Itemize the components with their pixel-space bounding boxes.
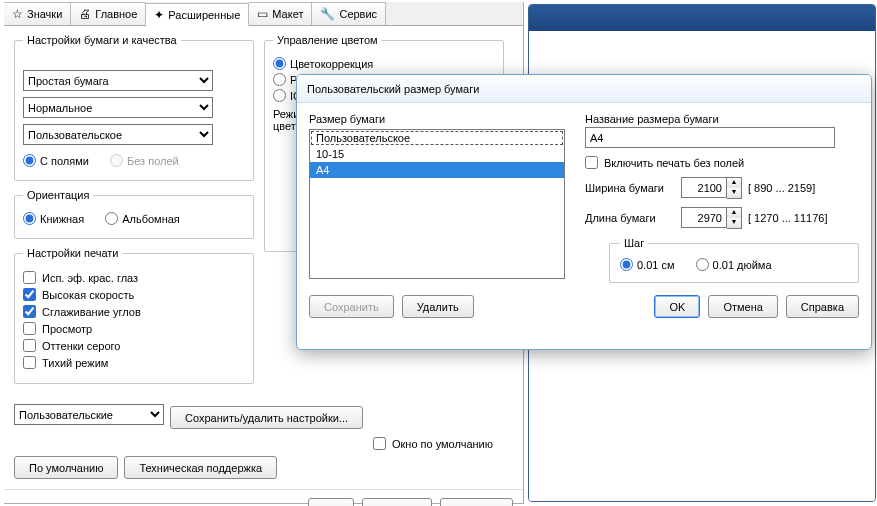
quiet-checkbox-row[interactable]: Тихий режим <box>23 356 245 369</box>
orientation-group: Ориентация Книжная Альбомная <box>14 189 254 239</box>
paper-name-label: Название размера бумаги <box>585 113 859 125</box>
borderless-radio <box>110 154 123 167</box>
width-input[interactable] <box>681 177 727 198</box>
step-cm-radio[interactable] <box>620 258 633 271</box>
background-window-titlebar <box>529 5 875 31</box>
paper-size-listbox[interactable]: Пользовательское 10-15 A4 <box>309 129 565 279</box>
help-button[interactable]: Справка <box>786 295 859 318</box>
margins-radio-row[interactable]: С полями <box>23 154 89 167</box>
width-spinner[interactable]: ▲▼ <box>681 177 742 199</box>
checkbox-label: Оттенки серого <box>42 340 120 352</box>
checkbox-label: Окно по умолчанию <box>392 438 493 450</box>
default-window-checkbox[interactable] <box>373 437 386 450</box>
group-legend: Управление цветом <box>273 34 382 46</box>
tab-service[interactable]: 🔧 Сервис <box>312 2 386 25</box>
list-item[interactable]: 10-15 <box>310 146 564 162</box>
preset-select[interactable]: Пользовательские <box>14 404 164 425</box>
tab-main[interactable]: 🖨 Главное <box>71 2 146 25</box>
group-legend: Ориентация <box>23 189 93 201</box>
tab-layout[interactable]: ▭ Макет <box>249 2 312 25</box>
borderless-print-row[interactable]: Включить печать без полей <box>585 156 859 169</box>
width-range: [ 890 ... 2159] <box>748 182 815 194</box>
portrait-radio[interactable] <box>23 212 36 225</box>
with-margins-radio[interactable] <box>23 154 36 167</box>
height-spinner[interactable]: ▲▼ <box>681 207 742 229</box>
cancel-button[interactable]: Отмена <box>362 498 431 506</box>
cancel-button[interactable]: Отмена <box>708 295 777 318</box>
dialog-title: Пользовательский размер бумаги <box>307 83 479 95</box>
width-label: Ширина бумаги <box>585 182 675 194</box>
checkbox-label: Исп. эф. крас. глаз <box>42 272 138 284</box>
landscape-radio[interactable] <box>105 212 118 225</box>
photo-enhance-radio[interactable] <box>273 73 286 86</box>
radio-label: Альбомная <box>122 213 180 225</box>
checkbox-label: Просмотр <box>42 323 92 335</box>
smooth-checkbox[interactable] <box>23 305 36 318</box>
checkbox-label: Тихий режим <box>42 357 108 369</box>
spin-down-icon[interactable]: ▼ <box>727 188 741 198</box>
portrait-radio-row[interactable]: Книжная <box>23 212 84 225</box>
save-button: Сохранить <box>309 295 394 318</box>
redeye-checkbox[interactable] <box>23 271 36 284</box>
color-correction-row[interactable]: Цветокоррекция <box>273 57 495 70</box>
wrench-icon: 🔧 <box>320 7 335 21</box>
landscape-radio-row[interactable]: Альбомная <box>105 212 180 225</box>
tab-label: Сервис <box>339 8 377 20</box>
height-input[interactable] <box>681 207 727 228</box>
step-inch-radio[interactable] <box>696 258 709 271</box>
list-item[interactable]: A4 <box>310 162 564 178</box>
step-group: Шаг 0.01 см 0.01 дюйма <box>609 237 859 283</box>
radio-label: 0.01 дюйма <box>713 259 772 271</box>
speed-checkbox-row[interactable]: Высокая скорость <box>23 288 245 301</box>
layout-icon: ▭ <box>257 7 268 21</box>
color-mode-label2: цвет <box>273 120 296 132</box>
borderless-print-checkbox[interactable] <box>585 156 598 169</box>
tabs: ☆ Значки 🖨 Главное ✦ Расширенные ▭ Макет… <box>4 2 523 26</box>
list-item[interactable]: Пользовательское <box>310 130 564 146</box>
paper-name-input[interactable] <box>585 127 835 148</box>
spin-up-icon[interactable]: ▲ <box>727 208 741 218</box>
tab-label: Макет <box>272 8 303 20</box>
sparkle-icon: ✦ <box>154 8 164 22</box>
delete-button[interactable]: Удалить <box>402 295 474 318</box>
gray-checkbox[interactable] <box>23 339 36 352</box>
radio-label: С полями <box>40 155 89 167</box>
ok-button[interactable]: OK <box>654 295 700 318</box>
paper-type-select[interactable]: Простая бумага <box>23 70 213 91</box>
smooth-checkbox-row[interactable]: Сглаживание углов <box>23 305 245 318</box>
preview-checkbox[interactable] <box>23 322 36 335</box>
borderless-radio-row: Без полей <box>110 154 179 167</box>
help-button[interactable]: Справка <box>440 498 513 506</box>
gray-checkbox-row[interactable]: Оттенки серого <box>23 339 245 352</box>
redeye-checkbox-row[interactable]: Исп. эф. крас. глаз <box>23 271 245 284</box>
spin-up-icon[interactable]: ▲ <box>727 178 741 188</box>
group-legend: Настройки печати <box>23 247 123 259</box>
speed-checkbox[interactable] <box>23 288 36 301</box>
defaults-button[interactable]: По умолчанию <box>14 456 118 479</box>
tab-icons[interactable]: ☆ Значки <box>4 2 71 25</box>
tab-advanced[interactable]: ✦ Расширенные <box>146 3 249 26</box>
checkbox-label: Сглаживание углов <box>42 306 141 318</box>
paper-size-list-label: Размер бумаги <box>309 113 565 125</box>
spin-down-icon[interactable]: ▼ <box>727 218 741 228</box>
quiet-checkbox[interactable] <box>23 356 36 369</box>
radio-label: Цветокоррекция <box>290 58 373 70</box>
support-button[interactable]: Техническая поддержка <box>124 456 277 479</box>
step-cm-row[interactable]: 0.01 см <box>620 258 675 271</box>
tab-label: Главное <box>95 8 137 20</box>
paper-size-select[interactable]: Пользовательское <box>23 124 213 145</box>
checkbox-label: Включить печать без полей <box>604 157 744 169</box>
preview-checkbox-row[interactable]: Просмотр <box>23 322 245 335</box>
save-preset-button[interactable]: Сохранить/удалить настройки... <box>170 406 363 429</box>
tab-label: Значки <box>27 8 62 20</box>
group-legend: Настройки бумаги и качества <box>23 34 181 46</box>
quality-select[interactable]: Нормальное <box>23 97 213 118</box>
dialog-titlebar: Пользовательский размер бумаги <box>297 75 871 103</box>
color-correction-radio[interactable] <box>273 57 286 70</box>
ok-button[interactable]: OK <box>308 498 354 506</box>
print-settings-group: Настройки печати Исп. эф. крас. глаз Выс… <box>14 247 254 384</box>
step-inch-row[interactable]: 0.01 дюйма <box>696 258 772 271</box>
paper-quality-group: Настройки бумаги и качества Простая бума… <box>14 34 254 181</box>
printer-icon: 🖨 <box>79 7 91 21</box>
icm-radio[interactable] <box>273 89 286 102</box>
